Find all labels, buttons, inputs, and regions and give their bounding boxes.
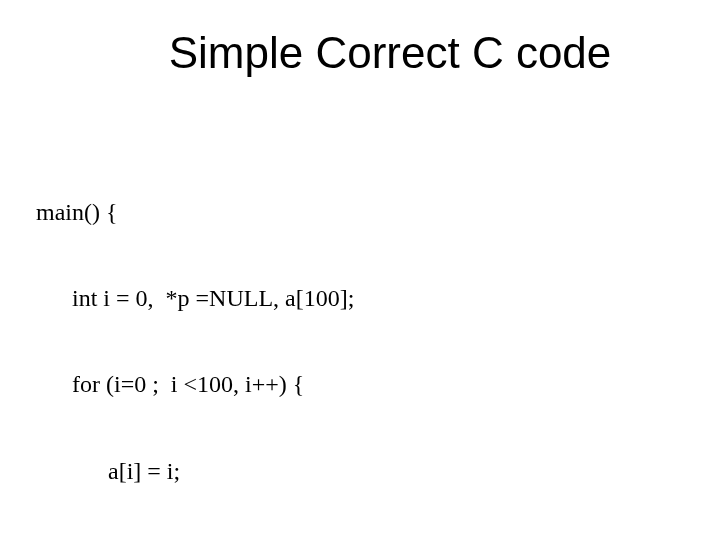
slide-title: Simple Correct C code: [0, 0, 720, 78]
code-line-1: main() {: [36, 198, 356, 227]
code-line-2: int i = 0, *p =NULL, a[100];: [36, 284, 356, 313]
code-line-4: a[i] = i;: [36, 457, 356, 486]
slide: Simple Correct C code main() { int i = 0…: [0, 0, 720, 540]
code-line-3: for (i=0 ; i <100, i++) {: [36, 370, 356, 399]
code-block: main() { int i = 0, *p =NULL, a[100]; fo…: [36, 140, 356, 540]
